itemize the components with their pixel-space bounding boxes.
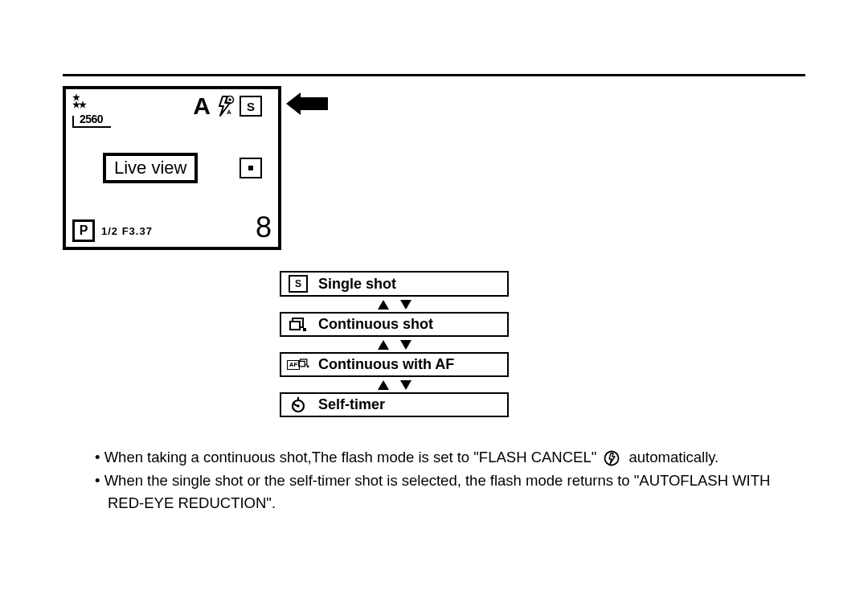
drive-mode-list: S Single shot Continuous shot AF: [280, 271, 509, 417]
callout-arrow-icon: [286, 92, 328, 115]
mode-label: Self-timer: [318, 396, 385, 413]
svg-rect-4: [303, 328, 306, 331]
svg-rect-3: [290, 322, 300, 330]
live-view-label: Live view: [114, 158, 186, 178]
self-timer-icon: [288, 397, 309, 413]
nav-arrows-icon: [280, 337, 509, 352]
footnote-text: When the single shot or the self-timer s…: [104, 472, 771, 511]
program-mode-icon: P: [72, 219, 95, 242]
mode-label: Single shot: [318, 276, 396, 293]
quality-indicator: ★★★ 2560: [72, 94, 104, 128]
mode-continuous: Continuous shot: [280, 312, 509, 337]
exposure-readout: 1/2 F3.37: [101, 225, 153, 237]
s-icon: S: [289, 275, 308, 293]
auto-mode-letter: A: [193, 94, 211, 118]
horizontal-rule: [63, 74, 805, 76]
live-view-chip: Live view: [103, 153, 198, 183]
metering-spot-icon: [240, 158, 262, 178]
mode-label: Continuous shot: [318, 316, 433, 333]
burst-af-icon: AF: [288, 356, 309, 373]
stars-icon: ★★★: [72, 94, 85, 109]
mode-single-shot: S Single shot: [280, 271, 509, 297]
nav-arrows-icon: [280, 377, 509, 392]
drive-mode-s-icon: S: [240, 96, 262, 117]
mode-label: Continuous with AF: [318, 356, 454, 373]
svg-rect-6: [307, 366, 309, 368]
frames-remaining: 8: [256, 213, 272, 242]
flash-auto-redeye-icon: A: [215, 95, 235, 117]
mode-self-timer: Self-timer: [280, 392, 509, 417]
camera-lcd: ★★★ 2560 A A S: [63, 86, 281, 250]
footnote-text: automatically.: [629, 449, 719, 465]
nav-arrows-icon: [280, 297, 509, 312]
image-size-value: 2560: [72, 110, 104, 128]
flash-cancel-icon: [604, 449, 624, 466]
image-size-text: 2560: [80, 113, 103, 125]
mode-continuous-af: AF Continuous with AF: [280, 352, 509, 377]
footnote-item: When the single shot or the self-timer s…: [95, 469, 805, 515]
burst-icon: [288, 318, 309, 332]
svg-rect-5: [299, 361, 305, 366]
footnote-item: When taking a continuous shot,The flash …: [95, 446, 805, 469]
footnotes: When taking a continuous shot,The flash …: [63, 446, 805, 514]
svg-point-1: [228, 98, 231, 101]
svg-text:A: A: [227, 109, 231, 116]
footnote-text: When taking a continuous shot,The flash …: [104, 449, 597, 465]
manual-page: { "lcd": { "size_label": "2560", "mode_l…: [0, 74, 868, 615]
